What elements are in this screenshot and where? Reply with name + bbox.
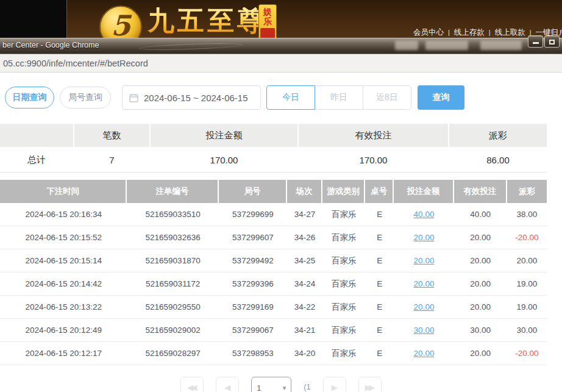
bet-record-table: 下注时间 注单编号 局号 场次 游戏类别 桌号 投注金额 有效投注 派彩 202… [0,180,547,365]
search-button[interactable]: 查询 [418,85,464,110]
bet-amount-link[interactable]: 20.00 [414,256,435,265]
date-range-input[interactable]: 2024-06-15 ~ 2024-06-15 [122,85,261,110]
today-button[interactable]: 今日 [266,85,315,110]
prev-page-button[interactable]: ◀ [216,377,239,392]
order-no-cell: 521659033510 [127,203,218,226]
bet-amount-link[interactable]: 20.00 [414,302,435,312]
page-select-value: 1 [257,383,261,392]
session-cell: 34-21 [287,319,322,342]
order-no-cell: 521659029550 [127,296,218,319]
bet-time-cell: 2024-06-15 20:13:22 [0,296,127,319]
banner-ornament [139,42,243,51]
payout-cell: 38.00 [507,203,547,226]
table-no-cell: E [365,249,394,273]
table-no-cell: E [365,296,394,319]
table-row: 2024-06-15 20:16:34521659033510537299699… [0,203,547,226]
payout-cell: -20.00 [507,342,547,365]
site-banner: 5 九五至尊 娱 乐 会员中心|线上存款|线上取款|一键归户 [0,0,562,38]
table-no-cell: E [365,319,394,342]
summary-header-blank [0,124,74,148]
minimize-button[interactable] [528,35,543,48]
bet-table-header-row: 下注时间 注单编号 局号 场次 游戏类别 桌号 投注金额 有效投注 派彩 [0,180,547,203]
quick-range-group: 今日 昨日 近8日 [266,85,411,110]
table-no-cell: E [365,226,394,249]
game-type-cell: 百家乐 [322,319,365,342]
bet-amount-link[interactable]: 30.00 [414,326,435,335]
bet-time-cell: 2024-06-15 20:12:17 [0,342,127,365]
nav-online-deposit[interactable]: 线上存款 [454,28,485,37]
session-cell: 34-26 [287,226,322,249]
bet-amount-cell: 20.00 [394,273,454,296]
table-row: 2024-06-15 20:12:49521659029002537299067… [0,319,547,342]
payout-cell: 30.00 [507,319,547,342]
order-no-cell: 521659031870 [127,249,218,273]
summary-header-valid-bet: 有效投注 [299,124,449,148]
logo-coin-number: 5 [111,9,130,42]
session-cell: 34-27 [287,203,322,226]
table-no-cell: E [365,273,394,296]
valid-bet-cell: 30.00 [454,319,507,342]
header-table-no: 桌号 [365,180,394,203]
window-title: ber Center - Google Chrome [2,41,99,49]
order-no-cell: 521659028297 [127,342,218,365]
bet-amount-link[interactable]: 20.00 [414,279,435,288]
game-type-cell: 百家乐 [322,226,365,249]
bet-amount-cell: 20.00 [394,226,454,249]
yesterday-button[interactable]: 昨日 [315,85,363,110]
nav-member-center[interactable]: 会员中心 [413,28,444,37]
bet-time-cell: 2024-06-15 20:15:52 [0,226,127,249]
header-round-no: 局号 [219,180,287,203]
bet-amount-cell: 30.00 [394,319,454,342]
game-type-cell: 百家乐 [322,273,365,296]
summary-header-bet-amount: 投注金额 [151,124,299,148]
background-desktop-strip [0,0,67,38]
bet-amount-cell: 40.00 [394,203,454,226]
maximize-button[interactable] [544,35,560,48]
summary-header-row: 笔数 投注金额 有效投注 派彩 [0,124,547,148]
site-logo-text: 九五至尊 [148,7,267,34]
order-no-cell: 521659032636 [127,226,218,249]
bet-amount-link[interactable]: 20.00 [414,233,435,242]
redacted-account-info [480,41,522,50]
left-arrow-icon: ◀ [224,383,230,391]
minimize-icon [533,42,539,44]
bet-amount-cell: 20.00 [394,296,454,319]
url-text: 05.cc:9900/infe/mcenter/#/betRecord [3,59,148,68]
date-query-tab[interactable]: 日期查询 [5,87,54,109]
redacted-account-info [425,41,468,50]
game-type-cell: 百家乐 [322,203,365,226]
valid-bet-cell: 20.00 [454,273,507,296]
table-row: 2024-06-15 20:15:14521659031870537299492… [0,249,547,273]
bet-amount-cell: 20.00 [394,342,454,365]
redacted-account-info [395,41,418,50]
summary-header-count: 笔数 [74,124,151,148]
round-no-cell: 537299169 [219,296,287,319]
bet-record-page: 5 九五至尊 娱 乐 会员中心|线上存款|线上取款|一键归户 ber Cente… [0,0,562,392]
game-type-cell: 百家乐 [322,296,365,319]
header-order-no: 注单编号 [127,180,218,203]
bet-table-body: 2024-06-15 20:16:34521659033510537299699… [0,203,547,365]
last-8-days-button[interactable]: 近8日 [363,85,411,110]
valid-bet-cell: 40.00 [454,203,507,226]
summary-bet-amount-value: 170.00 [151,148,299,173]
order-no-cell: 521659029002 [127,319,218,342]
session-cell: 34-25 [287,249,322,273]
last-page-button[interactable]: ▶▶ [358,377,382,392]
summary-total-label: 总计 [0,148,74,173]
url-bar[interactable]: 05.cc:9900/infe/mcenter/#/betRecord [0,54,562,73]
round-query-tab[interactable]: 局号查询 [60,87,111,109]
table-no-cell: E [365,203,394,226]
first-page-button[interactable]: ◀◀ [180,377,204,392]
summary-header-payout: 派彩 [449,124,547,148]
bet-amount-link[interactable]: 20.00 [414,349,435,358]
bet-amount-link[interactable]: 40.00 [414,210,435,219]
summary-payout-value: 86.00 [449,148,547,173]
page-select[interactable]: 1 ▾ [251,377,291,392]
nav-online-withdraw[interactable]: 线上取款 [495,28,525,37]
game-type-cell: 百家乐 [322,342,365,365]
next-page-button[interactable]: ▶ [323,377,346,392]
calendar-icon [129,93,138,102]
header-payout: 派彩 [507,180,547,203]
valid-bet-cell: 20.00 [454,296,507,319]
session-cell: 34-24 [287,273,322,296]
